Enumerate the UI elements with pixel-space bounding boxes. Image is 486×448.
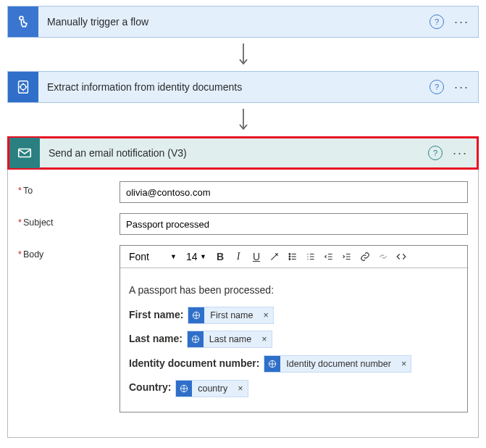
touch-icon <box>8 7 38 37</box>
token-label: country <box>192 378 233 399</box>
step-extract[interactable]: Extract information from identity docume… <box>7 71 479 103</box>
body-line: First name: First name× <box>129 303 458 328</box>
indent-button[interactable] <box>338 248 356 265</box>
step-title: Manually trigger a flow <box>38 16 430 28</box>
token-label: Identity document number <box>280 353 397 375</box>
help-icon[interactable]: ? <box>430 80 444 94</box>
to-label: To <box>18 181 120 196</box>
mail-icon <box>9 138 40 168</box>
body-editor: Font▼ 14▼ B I U A passport has been proc… <box>120 245 468 412</box>
step-trigger[interactable]: Manually trigger a flow ? ··· <box>7 6 479 38</box>
token-remove-icon[interactable]: × <box>397 353 411 375</box>
help-icon[interactable]: ? <box>428 146 443 160</box>
svg-point-5 <box>289 259 290 260</box>
body-content[interactable]: A passport has been processed:First name… <box>120 268 467 412</box>
dynamic-token[interactable]: First name× <box>188 307 273 324</box>
font-select[interactable]: Font▼ <box>125 250 181 263</box>
body-label: Body <box>18 245 120 260</box>
svg-point-3 <box>289 254 290 255</box>
font-size-select[interactable]: 14▼ <box>182 250 211 263</box>
body-line-label: Country: <box>129 381 174 393</box>
token-source-icon <box>176 381 192 397</box>
to-input[interactable] <box>120 181 468 203</box>
body-line-label: Identity document number: <box>129 357 262 369</box>
step-title: Extract information from identity docume… <box>38 81 430 93</box>
bold-button[interactable]: B <box>211 248 229 265</box>
more-icon[interactable]: ··· <box>453 146 468 161</box>
body-intro: A passport has been processed: <box>129 278 458 303</box>
help-icon[interactable]: ? <box>430 14 444 29</box>
body-line-label: First name: <box>129 309 186 320</box>
color-button[interactable] <box>266 248 283 265</box>
outdent-button[interactable] <box>320 248 338 265</box>
arrow-connector <box>7 103 479 136</box>
token-label: Last name <box>204 328 257 350</box>
dynamic-token[interactable]: country× <box>175 380 248 397</box>
dynamic-token[interactable]: Identity document number× <box>264 355 411 373</box>
more-icon[interactable]: ··· <box>454 14 469 30</box>
bullets-button[interactable] <box>284 248 301 265</box>
italic-button[interactable]: I <box>230 248 247 265</box>
link-button[interactable] <box>356 248 374 265</box>
dynamic-token[interactable]: Last name× <box>187 331 272 348</box>
editor-toolbar: Font▼ 14▼ B I U <box>120 246 467 268</box>
body-line-label: Last name: <box>129 333 185 344</box>
numbers-button[interactable] <box>302 248 319 265</box>
token-label: First name <box>204 304 259 326</box>
svg-point-4 <box>289 256 290 257</box>
body-line: Last name: Last name× <box>129 327 458 352</box>
unlink-button[interactable] <box>374 248 392 265</box>
token-source-icon <box>264 356 280 372</box>
step-email[interactable]: Send an email notification (V3) ? ··· <box>9 138 477 167</box>
body-line: Identity document number: Identity docum… <box>129 352 458 376</box>
step-title: Send an email notification (V3) <box>40 147 428 159</box>
token-source-icon <box>188 307 204 323</box>
step-email-body: To Subject Body Font▼ 14▼ B I U <box>7 170 479 438</box>
underline-button[interactable]: U <box>248 248 265 265</box>
subject-label: Subject <box>18 213 120 228</box>
token-remove-icon[interactable]: × <box>259 304 272 326</box>
code-view-button[interactable] <box>393 248 410 265</box>
more-icon[interactable]: ··· <box>454 80 469 95</box>
subject-input[interactable] <box>120 213 468 235</box>
svg-point-0 <box>20 17 23 20</box>
svg-point-1 <box>20 84 25 89</box>
arrow-connector <box>7 38 479 71</box>
token-source-icon <box>188 331 204 347</box>
token-remove-icon[interactable]: × <box>233 378 247 399</box>
body-line: Country: country× <box>129 376 458 400</box>
ai-extract-icon <box>8 72 38 102</box>
token-remove-icon[interactable]: × <box>257 328 271 350</box>
